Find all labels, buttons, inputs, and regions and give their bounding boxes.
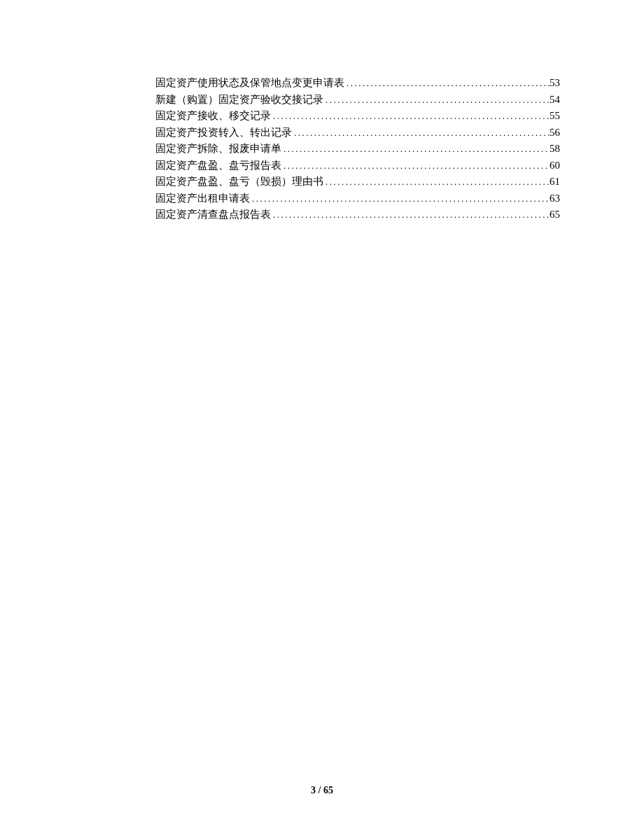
toc-page: 56 — [550, 125, 560, 141]
toc-entry: 固定资产盘盈、盘亏报告表 60 — [155, 158, 560, 174]
toc-entry: 固定资产出租申请表 63 — [155, 190, 560, 207]
toc-page: 53 — [550, 75, 560, 92]
toc-entry: 固定资产拆除、报废申请单 58 — [155, 141, 560, 158]
toc-title: 固定资产盘盈、盘亏报告表 — [155, 158, 281, 174]
toc-dots — [271, 108, 550, 125]
toc-page: 61 — [550, 174, 560, 190]
toc-title: 固定资产拆除、报废申请单 — [155, 141, 281, 158]
toc-page: 65 — [550, 207, 560, 223]
toc-title: 固定资产投资转入、转出记录 — [155, 125, 292, 141]
toc-title: 固定资产出租申请表 — [155, 190, 250, 207]
toc-dots — [281, 158, 550, 174]
toc-title: 固定资产使用状态及保管地点变更申请表 — [155, 75, 344, 92]
toc-entry: 固定资产使用状态及保管地点变更申请表 53 — [155, 75, 560, 92]
toc-title: 固定资产接收、移交记录 — [155, 108, 271, 125]
toc-dots — [323, 92, 550, 109]
toc-title: 新建（购置）固定资产验收交接记录 — [155, 92, 323, 109]
toc-title: 固定资产盘盈、盘亏（毁损）理由书 — [155, 174, 323, 190]
toc-title: 固定资产清查盘点报告表 — [155, 207, 271, 223]
toc-dots — [344, 75, 550, 92]
page-footer: 3 / 65 — [0, 785, 644, 796]
toc-page: 63 — [550, 190, 560, 207]
toc-entry: 固定资产盘盈、盘亏（毁损）理由书 61 — [155, 174, 560, 190]
page-indicator: 3 / 65 — [311, 785, 333, 795]
toc-dots — [292, 125, 550, 141]
toc-dots — [250, 190, 550, 207]
toc-dots — [281, 141, 550, 158]
toc-page: 54 — [550, 92, 560, 109]
toc-dots — [271, 207, 550, 223]
toc-page: 58 — [550, 141, 560, 158]
toc-dots — [323, 174, 550, 190]
toc-page: 60 — [550, 158, 560, 174]
toc-entry: 固定资产清查盘点报告表 65 — [155, 207, 560, 223]
toc-entry: 新建（购置）固定资产验收交接记录 54 — [155, 92, 560, 109]
toc-entry: 固定资产接收、移交记录 55 — [155, 108, 560, 125]
toc-content: 固定资产使用状态及保管地点变更申请表 53 新建（购置）固定资产验收交接记录 5… — [155, 75, 560, 223]
toc-entry: 固定资产投资转入、转出记录 56 — [155, 125, 560, 141]
toc-page: 55 — [550, 108, 560, 125]
